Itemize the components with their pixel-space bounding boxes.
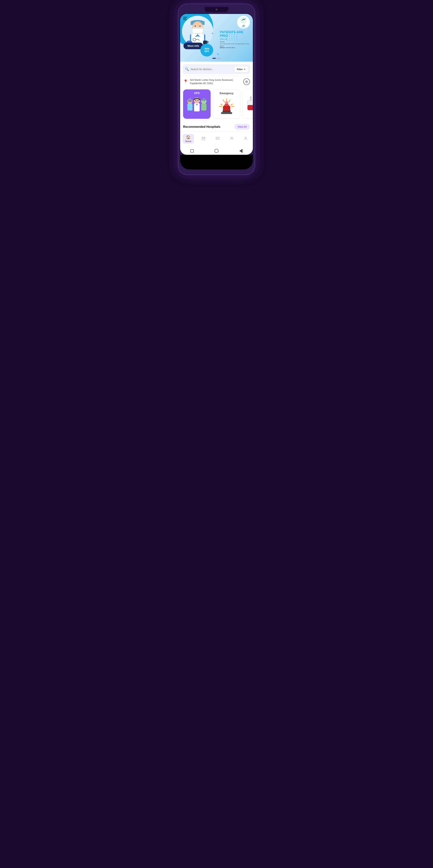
plus-icon-top: + bbox=[211, 31, 214, 35]
banner-served: Served bbox=[220, 41, 252, 42]
slide-dot-2 bbox=[219, 58, 221, 59]
messages-icon bbox=[215, 136, 220, 142]
nav-profile[interactable] bbox=[241, 135, 250, 143]
home-label: Home bbox=[185, 140, 191, 143]
category-blood[interactable] bbox=[242, 89, 253, 119]
phone-notch-bar bbox=[180, 7, 253, 12]
banner-lorem: Lorem ipsum dolor sit am tuer adipiscing… bbox=[220, 43, 252, 45]
svg-point-17 bbox=[246, 81, 247, 82]
banner-www: www.m bbox=[220, 45, 252, 46]
banner-text-side: PATIENTS ARE PRIO Offers for Served Lore… bbox=[220, 30, 253, 48]
plus-icon-bottom: + bbox=[217, 52, 219, 56]
svg-line-50 bbox=[229, 100, 230, 102]
gps-button[interactable] bbox=[243, 79, 250, 85]
discount-label: OFF bbox=[204, 50, 209, 53]
android-back-button[interactable] bbox=[239, 149, 242, 153]
menu-icon[interactable] bbox=[183, 17, 187, 20]
banner-headline: PATIENTS ARE PRIO bbox=[220, 30, 252, 38]
category-emergency[interactable]: Emergency bbox=[213, 89, 240, 119]
svg-rect-56 bbox=[251, 96, 251, 98]
svg-line-45 bbox=[219, 106, 222, 107]
opd-icon-area bbox=[185, 96, 208, 117]
doctor-image bbox=[182, 16, 213, 47]
svg-point-67 bbox=[231, 137, 232, 138]
svg-rect-42 bbox=[223, 106, 230, 111]
svg-rect-26 bbox=[188, 99, 192, 100]
logo-opd-text: OPD bbox=[240, 26, 247, 28]
svg-rect-41 bbox=[221, 112, 232, 114]
view-all-button[interactable]: View All bbox=[234, 124, 250, 130]
blood-icon-area bbox=[245, 92, 253, 116]
android-home-button[interactable] bbox=[214, 149, 219, 153]
svg-point-28 bbox=[191, 101, 191, 101]
android-square-button[interactable] bbox=[191, 149, 194, 153]
svg-point-25 bbox=[187, 100, 193, 102]
svg-rect-36 bbox=[201, 103, 206, 111]
location-pin-icon: 📍 bbox=[183, 79, 188, 84]
discount-amount: 35% bbox=[204, 48, 209, 50]
filter-icon: ≡ bbox=[244, 68, 245, 71]
banner-section: अपना OPD bbox=[180, 14, 253, 62]
recommended-title: Recommended Hospitals bbox=[183, 125, 220, 129]
svg-rect-24 bbox=[187, 103, 193, 111]
nav-patients[interactable] bbox=[227, 135, 236, 143]
svg-point-8 bbox=[195, 26, 196, 27]
categories-section: OPD bbox=[180, 87, 253, 121]
svg-point-9 bbox=[199, 26, 201, 27]
svg-line-46 bbox=[231, 104, 232, 105]
svg-line-47 bbox=[231, 106, 234, 107]
svg-rect-5 bbox=[193, 27, 203, 29]
svg-point-34 bbox=[198, 100, 199, 101]
slide-dot-active bbox=[212, 58, 216, 59]
category-opd[interactable]: OPD bbox=[183, 89, 211, 119]
patients-icon bbox=[230, 136, 234, 142]
svg-point-69 bbox=[245, 137, 246, 138]
search-input[interactable] bbox=[191, 68, 233, 71]
svg-point-18 bbox=[245, 81, 248, 83]
android-circle-icon bbox=[214, 149, 219, 153]
camera-icon bbox=[215, 9, 218, 10]
svg-point-0 bbox=[240, 18, 246, 23]
nav-messages[interactable] bbox=[213, 135, 222, 143]
emergency-label: Emergency bbox=[220, 92, 233, 95]
bottom-nav: 🏠 Home bbox=[180, 131, 253, 146]
appointments-icon bbox=[201, 136, 205, 142]
svg-point-27 bbox=[189, 101, 189, 101]
location-section: 📍 324 Martin Luther King Junior Boulevar… bbox=[180, 76, 253, 87]
svg-rect-64 bbox=[216, 137, 219, 140]
phone-screen: अपना OPD bbox=[180, 14, 253, 155]
opd-label: OPD bbox=[194, 92, 200, 95]
location-text: 324 Martin Luther King Junior Boulevard,… bbox=[190, 79, 233, 85]
svg-point-39 bbox=[204, 101, 205, 101]
phone-frame: अपना OPD bbox=[178, 4, 255, 175]
svg-point-33 bbox=[195, 100, 196, 101]
android-back-icon bbox=[239, 149, 242, 153]
banner-offers-text: Offers for bbox=[220, 38, 252, 40]
logo-icon bbox=[240, 17, 247, 25]
nav-appointments[interactable] bbox=[199, 135, 208, 143]
svg-point-43 bbox=[225, 101, 228, 104]
search-icon: 🔍 bbox=[185, 67, 189, 71]
filter-button[interactable]: Filter ≡ bbox=[234, 66, 248, 72]
svg-rect-54 bbox=[247, 105, 253, 110]
svg-line-44 bbox=[221, 104, 223, 105]
home-icon: 🏠 bbox=[186, 135, 191, 140]
hamburger-icon[interactable] bbox=[183, 17, 187, 20]
phone-notch bbox=[205, 7, 228, 12]
discount-badge: 35% OFF bbox=[200, 44, 213, 57]
slide-dot-1 bbox=[217, 58, 218, 59]
recommended-section: Recommended Hospitals View All bbox=[180, 121, 253, 131]
location-line2: Fayetteville AR 72301 bbox=[190, 82, 233, 85]
search-section: 🔍 Filter ≡ bbox=[180, 62, 253, 76]
profile-icon bbox=[244, 136, 248, 142]
banner-address: Address: 4999 NW 36th S bbox=[220, 47, 252, 48]
filter-label: Filter bbox=[237, 68, 243, 71]
svg-line-49 bbox=[223, 100, 224, 102]
nav-home[interactable]: 🏠 Home bbox=[182, 134, 194, 144]
location-line1: 324 Martin Luther King Junior Boulevard, bbox=[190, 79, 233, 82]
android-nav-bar bbox=[180, 146, 253, 155]
emergency-icon-area bbox=[215, 96, 238, 116]
more-info-button[interactable]: More info bbox=[184, 42, 203, 49]
svg-rect-37 bbox=[202, 99, 206, 100]
slide-indicator bbox=[212, 58, 221, 59]
